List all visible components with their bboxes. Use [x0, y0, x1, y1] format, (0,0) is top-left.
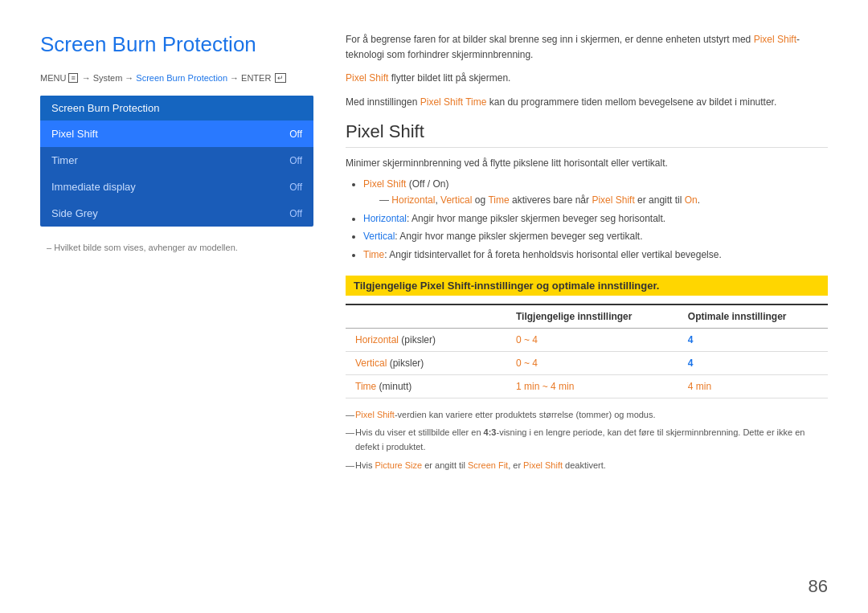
system-link: System	[93, 73, 123, 83]
table-cell-time-available: 1 min ~ 4 min	[506, 374, 678, 398]
footer-notes: Pixel Shift-verdien kan variere etter pr…	[346, 408, 828, 472]
menu-label: MENU	[40, 73, 66, 83]
menu-item-label: Side Grey	[51, 207, 98, 219]
menu-icon: ≡	[68, 73, 77, 83]
menu-item-pixel-shift[interactable]: Pixel Shift Off	[40, 121, 313, 147]
enter-icon: ↵	[275, 73, 286, 83]
menu-item-timer[interactable]: Timer Off	[40, 147, 313, 174]
sub-list-1: Horizontal, Vertical og Time aktiveres b…	[371, 192, 828, 208]
page: Screen Burn Protection MENU ≡ → System →…	[0, 0, 868, 613]
pixel-shift-desc: Minimer skjerminnbrenning ved å flytte p…	[346, 156, 828, 171]
menu-item-value: Off	[289, 129, 302, 140]
bullet-list: Pixel Shift (Off / On) Horizontal, Verti…	[363, 176, 828, 263]
bullet-item-4: Time: Angir tidsintervallet for å foreta…	[363, 247, 828, 263]
table-header-available: Tilgjengelige innstillinger	[506, 304, 678, 329]
bullet-item-1: Pixel Shift (Off / On) Horizontal, Verti…	[363, 176, 828, 209]
table-cell-horizontal-optimal: 4	[678, 328, 828, 351]
table-cell-time-label: Time (minutt)	[346, 374, 506, 398]
pixel-shift-time-ref: Pixel Shift Time	[420, 96, 487, 108]
page-number: 86	[809, 576, 828, 597]
pixel-shift-ref-sub: Pixel Shift	[592, 194, 634, 206]
43-ref: 4:3	[484, 427, 497, 437]
sub-item-1: Horizontal, Vertical og Time aktiveres b…	[379, 192, 828, 208]
settings-table: Tilgjengelige innstillinger Optimale inn…	[346, 304, 828, 398]
enter-label: ENTER	[241, 73, 271, 83]
menu-item-label: Immediate display	[51, 181, 136, 193]
menu-box-title: Screen Burn Protection	[40, 96, 313, 121]
horizontal-table-label: Horizontal	[355, 334, 399, 345]
pixel-shift-label: Pixel Shift	[363, 178, 406, 190]
menu-item-value: Off	[289, 155, 302, 166]
table-header-0	[346, 304, 506, 329]
table-cell-vertical-label: Vertical (piksler)	[346, 351, 506, 374]
table-cell-time-optimal: 4 min	[678, 374, 828, 398]
pixel-shift-ref-2: Pixel Shift	[346, 72, 388, 84]
table-header-optimal: Optimale innstillinger	[678, 304, 828, 329]
menu-item-side-grey[interactable]: Side Grey Off	[40, 200, 313, 227]
right-column: For å begrense faren for at bilder skal …	[346, 32, 828, 581]
vertical-label: Vertical	[363, 231, 395, 242]
intro-paragraph-3: Med innstillingen Pixel Shift Time kan d…	[346, 95, 828, 110]
menu-item-value: Off	[289, 208, 302, 219]
on-ref: On	[685, 194, 698, 206]
vertical-table-label: Vertical	[355, 358, 387, 369]
vertical-optimal-value: 4	[688, 358, 694, 369]
left-column: Screen Burn Protection MENU ≡ → System →…	[40, 32, 313, 581]
table-row-time: Time (minutt) 1 min ~ 4 min 4 min	[346, 374, 828, 398]
horizontal-label: Horizontal	[363, 213, 407, 224]
time-label: Time	[363, 249, 384, 260]
menu-item-value: Off	[289, 182, 302, 193]
picture-size-ref: Picture Size	[375, 460, 422, 470]
menu-box: Screen Burn Protection Pixel Shift Off T…	[40, 96, 313, 227]
pixel-shift-footer-ref-2: Pixel Shift	[523, 460, 563, 470]
menu-item-immediate-display[interactable]: Immediate display Off	[40, 174, 313, 200]
breadcrumb: MENU ≡ → System → Screen Burn Protection…	[40, 73, 313, 83]
vertical-ref: Vertical	[440, 194, 472, 206]
horizontal-available-value: 0 ~ 4	[516, 334, 538, 345]
table-row-horizontal: Horizontal (piksler) 0 ~ 4 4	[346, 328, 828, 351]
footer-note-2: Hvis du viser et stillbilde eller en 4:3…	[346, 426, 828, 454]
bullet-item-2: Horizontal: Angir hvor mange piksler skj…	[363, 210, 828, 227]
bullet-item-3: Vertical: Angir hvor mange piksler skjer…	[363, 228, 828, 244]
table-row-vertical: Vertical (piksler) 0 ~ 4 4	[346, 351, 828, 374]
pixel-shift-ref-1: Pixel Shift	[754, 34, 796, 45]
time-ref-sub: Time	[488, 194, 509, 206]
intro-paragraph-1: For å begrense faren for at bilder skal …	[346, 32, 828, 63]
time-optimal-value: 4 min	[688, 381, 711, 392]
vertical-available-value: 0 ~ 4	[516, 358, 538, 369]
time-table-label: Time	[355, 381, 376, 392]
left-footnote: Hvilket bilde som vises, avhenger av mod…	[40, 243, 313, 252]
pixel-shift-section-title: Pixel Shift	[346, 121, 828, 148]
yellow-heading: Tilgjengelige Pixel Shift-innstillinger …	[346, 276, 828, 296]
screen-fit-ref: Screen Fit	[468, 460, 508, 470]
table-cell-vertical-available: 0 ~ 4	[506, 351, 678, 374]
table-cell-horizontal-label: Horizontal (piksler)	[346, 328, 506, 351]
pixel-shift-footer-ref: Pixel Shift	[355, 410, 395, 419]
menu-item-label: Timer	[51, 154, 78, 166]
horizontal-ref: Horizontal	[391, 194, 435, 206]
screen-burn-link: Screen Burn Protection	[136, 73, 227, 83]
horizontal-optimal-value: 4	[688, 334, 694, 345]
footer-note-3: Hvis Picture Size er angitt til Screen F…	[346, 459, 828, 473]
page-title: Screen Burn Protection	[40, 32, 313, 57]
table-cell-vertical-optimal: 4	[678, 351, 828, 374]
intro-paragraph-2: Pixel Shift flytter bildet litt på skjer…	[346, 71, 828, 86]
footer-note-1: Pixel Shift-verdien kan variere etter pr…	[346, 408, 828, 423]
time-available-value: 1 min ~ 4 min	[516, 381, 574, 392]
menu-item-label: Pixel Shift	[51, 128, 98, 140]
table-cell-horizontal-available: 0 ~ 4	[506, 328, 678, 351]
